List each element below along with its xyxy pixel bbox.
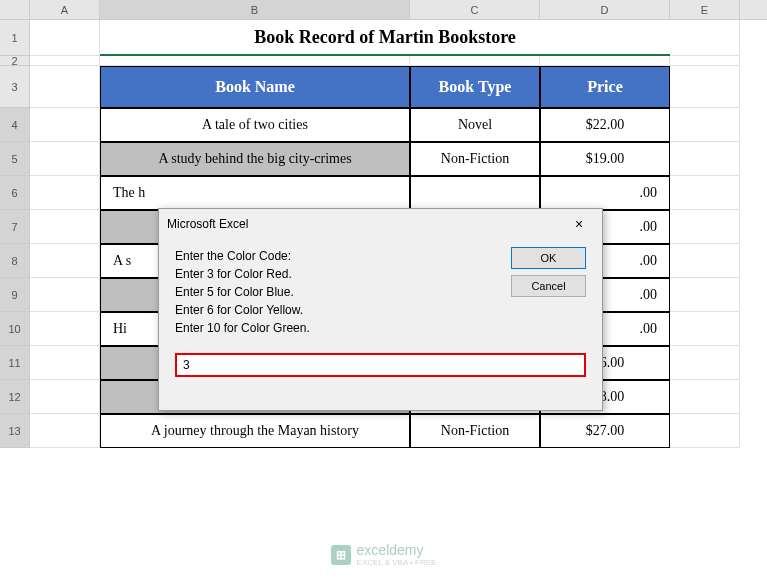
row-header-5[interactable]: 5 bbox=[0, 142, 30, 176]
cell-A4[interactable] bbox=[30, 108, 100, 142]
table-row[interactable]: A study behind the big city-crimes bbox=[100, 142, 410, 176]
page-title[interactable]: Book Record of Martin Bookstore bbox=[100, 20, 670, 56]
cell-E3[interactable] bbox=[670, 66, 740, 108]
table-row[interactable]: $19.00 bbox=[540, 142, 670, 176]
cell-E10[interactable] bbox=[670, 312, 740, 346]
col-header-A[interactable]: A bbox=[30, 0, 100, 19]
cell-A9[interactable] bbox=[30, 278, 100, 312]
input-dialog: Microsoft Excel × Enter the Color Code: … bbox=[158, 208, 603, 411]
col-header-D[interactable]: D bbox=[540, 0, 670, 19]
watermark: ⊞ exceldemy EXCEL & VBA • FREE bbox=[331, 542, 437, 567]
cell-E7[interactable] bbox=[670, 210, 740, 244]
cell-E11[interactable] bbox=[670, 346, 740, 380]
table-row[interactable]: A tale of two cities bbox=[100, 108, 410, 142]
col-header-B[interactable]: B bbox=[100, 0, 410, 19]
cell-E4[interactable] bbox=[670, 108, 740, 142]
table-row[interactable]: $22.00 bbox=[540, 108, 670, 142]
row-header-8[interactable]: 8 bbox=[0, 244, 30, 278]
cell-E8[interactable] bbox=[670, 244, 740, 278]
cell-A10[interactable] bbox=[30, 312, 100, 346]
row-header-3[interactable]: 3 bbox=[0, 66, 30, 108]
table-header-price[interactable]: Price bbox=[540, 66, 670, 108]
table-row[interactable]: Novel bbox=[410, 108, 540, 142]
cell-A12[interactable] bbox=[30, 380, 100, 414]
row-header-7[interactable]: 7 bbox=[0, 210, 30, 244]
select-all-corner[interactable] bbox=[0, 0, 30, 19]
color-code-input[interactable] bbox=[183, 358, 578, 372]
dialog-line: Enter 6 for Color Yellow. bbox=[175, 301, 511, 319]
dialog-titlebar[interactable]: Microsoft Excel × bbox=[159, 209, 602, 239]
row-header-2[interactable]: 2 bbox=[0, 56, 30, 66]
watermark-icon: ⊞ bbox=[331, 545, 351, 565]
cell-A7[interactable] bbox=[30, 210, 100, 244]
cell-E1[interactable] bbox=[670, 20, 740, 56]
row-headers: 1 2 3 4 5 6 7 8 9 10 11 12 13 bbox=[0, 20, 30, 448]
cell-E6[interactable] bbox=[670, 176, 740, 210]
row-header-13[interactable]: 13 bbox=[0, 414, 30, 448]
table-row[interactable]: .00 bbox=[540, 176, 670, 210]
cell-A6[interactable] bbox=[30, 176, 100, 210]
close-icon[interactable]: × bbox=[564, 212, 594, 236]
cell-E12[interactable] bbox=[670, 380, 740, 414]
table-row[interactable]: The h bbox=[100, 176, 410, 210]
table-row[interactable]: Non-Fiction bbox=[410, 414, 540, 448]
row-header-6[interactable]: 6 bbox=[0, 176, 30, 210]
cell-C2[interactable] bbox=[410, 56, 540, 66]
color-code-input-wrapper[interactable] bbox=[175, 353, 586, 377]
watermark-text: exceldemy bbox=[357, 542, 437, 558]
table-header-type[interactable]: Book Type bbox=[410, 66, 540, 108]
table-row[interactable] bbox=[410, 176, 540, 210]
column-headers: A B C D E bbox=[0, 0, 767, 20]
dialog-line: Enter the Color Code: bbox=[175, 247, 511, 265]
cell-D2[interactable] bbox=[540, 56, 670, 66]
row-header-10[interactable]: 10 bbox=[0, 312, 30, 346]
cell-E2[interactable] bbox=[670, 56, 740, 66]
cell-A3[interactable] bbox=[30, 66, 100, 108]
col-header-C[interactable]: C bbox=[410, 0, 540, 19]
row-header-9[interactable]: 9 bbox=[0, 278, 30, 312]
row-header-1[interactable]: 1 bbox=[0, 20, 30, 56]
dialog-line: Enter 10 for Color Green. bbox=[175, 319, 511, 337]
dialog-line: Enter 5 for Color Blue. bbox=[175, 283, 511, 301]
table-header-name[interactable]: Book Name bbox=[100, 66, 410, 108]
table-row[interactable]: A journey through the Mayan history bbox=[100, 414, 410, 448]
cell-A8[interactable] bbox=[30, 244, 100, 278]
dialog-line: Enter 3 for Color Red. bbox=[175, 265, 511, 283]
cell-E9[interactable] bbox=[670, 278, 740, 312]
row-header-11[interactable]: 11 bbox=[0, 346, 30, 380]
col-header-E[interactable]: E bbox=[670, 0, 740, 19]
watermark-sub: EXCEL & VBA • FREE bbox=[357, 558, 437, 567]
dialog-message: Enter the Color Code: Enter 3 for Color … bbox=[175, 247, 511, 337]
cell-A1[interactable] bbox=[30, 20, 100, 56]
cell-A13[interactable] bbox=[30, 414, 100, 448]
dialog-title: Microsoft Excel bbox=[167, 217, 248, 231]
row-header-4[interactable]: 4 bbox=[0, 108, 30, 142]
cell-E5[interactable] bbox=[670, 142, 740, 176]
cell-A5[interactable] bbox=[30, 142, 100, 176]
cancel-button[interactable]: Cancel bbox=[511, 275, 586, 297]
cell-B2[interactable] bbox=[100, 56, 410, 66]
cell-A2[interactable] bbox=[30, 56, 100, 66]
ok-button[interactable]: OK bbox=[511, 247, 586, 269]
cell-E13[interactable] bbox=[670, 414, 740, 448]
table-row[interactable]: Non-Fiction bbox=[410, 142, 540, 176]
cell-A11[interactable] bbox=[30, 346, 100, 380]
table-row[interactable]: $27.00 bbox=[540, 414, 670, 448]
row-header-12[interactable]: 12 bbox=[0, 380, 30, 414]
